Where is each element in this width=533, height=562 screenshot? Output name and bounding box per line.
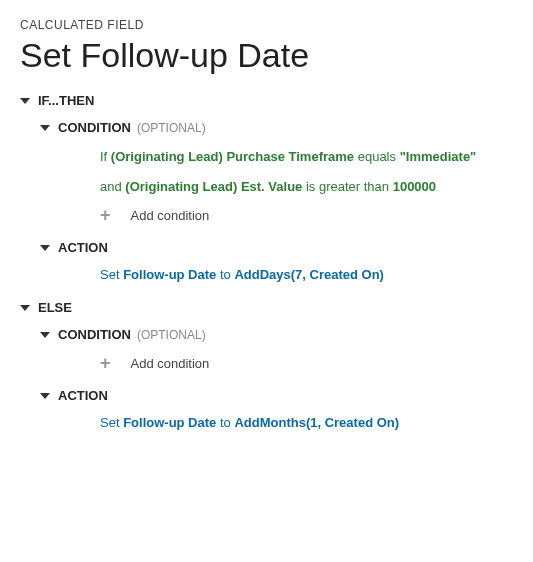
condition-operator: is greater than: [306, 179, 389, 194]
condition-prefix: If: [100, 149, 107, 164]
condition-field: (Originating Lead) Purchase Timeframe: [111, 149, 354, 164]
chevron-down-icon[interactable]: [40, 125, 50, 131]
action-field: Follow-up Date: [123, 415, 216, 430]
condition-section: CONDITION (OPTIONAL) + Add condition: [40, 327, 513, 372]
add-condition-button[interactable]: + Add condition: [100, 206, 513, 224]
chevron-down-icon[interactable]: [40, 245, 50, 251]
action-section: ACTION Set Follow-up Date to AddMonths(1…: [40, 388, 513, 430]
condition-value: "Immediate": [400, 149, 477, 164]
add-condition-label: Add condition: [131, 356, 210, 371]
plus-icon: +: [100, 354, 111, 372]
optional-label: (OPTIONAL): [137, 121, 206, 135]
add-condition-label: Add condition: [131, 208, 210, 223]
optional-label: (OPTIONAL): [137, 328, 206, 342]
condition-row[interactable]: and (Originating Lead) Est. Value is gre…: [100, 177, 513, 197]
condition-section: CONDITION (OPTIONAL) If (Originating Lea…: [40, 120, 513, 224]
condition-operator: equals: [358, 149, 396, 164]
action-label: ACTION: [58, 240, 108, 255]
action-function: AddDays(7, Created On): [234, 267, 384, 282]
plus-icon: +: [100, 206, 111, 224]
condition-field: (Originating Lead) Est. Value: [125, 179, 302, 194]
condition-value: 100000: [393, 179, 436, 194]
action-row[interactable]: Set Follow-up Date to AddDays(7, Created…: [100, 267, 513, 282]
condition-label: CONDITION: [58, 327, 131, 342]
if-then-section: IF...THEN CONDITION (OPTIONAL) If (Origi…: [20, 93, 513, 282]
else-label: ELSE: [38, 300, 72, 315]
action-section: ACTION Set Follow-up Date to AddDays(7, …: [40, 240, 513, 282]
action-to: to: [220, 267, 231, 282]
action-field: Follow-up Date: [123, 267, 216, 282]
chevron-down-icon[interactable]: [20, 305, 30, 311]
else-section: ELSE CONDITION (OPTIONAL) + Add conditio…: [20, 300, 513, 430]
chevron-down-icon[interactable]: [40, 332, 50, 338]
page-title: Set Follow-up Date: [20, 36, 513, 75]
chevron-down-icon[interactable]: [40, 393, 50, 399]
condition-prefix: and: [100, 179, 122, 194]
add-condition-button[interactable]: + Add condition: [100, 354, 513, 372]
chevron-down-icon[interactable]: [20, 98, 30, 104]
action-verb: Set: [100, 415, 120, 430]
action-verb: Set: [100, 267, 120, 282]
action-to: to: [220, 415, 231, 430]
condition-label: CONDITION: [58, 120, 131, 135]
breadcrumb: CALCULATED FIELD: [20, 18, 513, 32]
condition-row[interactable]: If (Originating Lead) Purchase Timeframe…: [100, 147, 513, 167]
action-label: ACTION: [58, 388, 108, 403]
if-then-label: IF...THEN: [38, 93, 94, 108]
action-row[interactable]: Set Follow-up Date to AddMonths(1, Creat…: [100, 415, 513, 430]
action-function: AddMonths(1, Created On): [234, 415, 399, 430]
